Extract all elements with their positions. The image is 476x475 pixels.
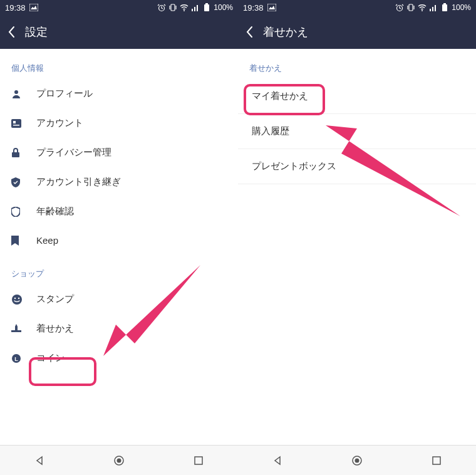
nav-home[interactable] [351, 454, 363, 467]
battery-icon [440, 3, 449, 12]
menu-label: 着せかえ [36, 323, 74, 335]
id-icon [11, 119, 28, 128]
smile-icon [11, 294, 28, 305]
menu-label: アカウント [36, 117, 83, 129]
signal-icon [191, 3, 200, 12]
section-title-shop: ショップ [0, 254, 238, 284]
svg-rect-29 [433, 457, 440, 464]
coin-icon: L [11, 353, 28, 363]
menu-age[interactable]: 年齢確認 [0, 197, 238, 226]
nav-recent[interactable] [430, 454, 443, 467]
svg-rect-4 [204, 4, 209, 11]
lock-icon [11, 148, 28, 158]
svg-point-11 [12, 295, 22, 305]
back-button[interactable] [246, 26, 253, 38]
menu-keep[interactable]: Keep [0, 226, 238, 254]
svg-rect-0 [29, 4, 38, 11]
svg-rect-9 [13, 125, 19, 126]
menu-label: 年齢確認 [36, 206, 74, 217]
header-title: 着せかえ [263, 24, 308, 39]
menu-history[interactable]: 購入履歴 [238, 114, 476, 149]
nav-bar [238, 445, 476, 475]
svg-point-12 [14, 297, 16, 298]
svg-rect-10 [12, 152, 19, 157]
menu-account[interactable]: アカウント [0, 108, 238, 138]
menu-label: 購入履歴 [252, 125, 289, 136]
vibrate-icon [168, 3, 177, 12]
svg-rect-8 [13, 121, 16, 123]
svg-point-19 [116, 458, 121, 462]
menu-my-theme[interactable]: マイ着せかえ [238, 79, 476, 114]
header-title: 設定 [25, 24, 48, 39]
svg-rect-23 [409, 4, 413, 11]
nav-recent[interactable] [192, 454, 205, 467]
svg-point-13 [18, 297, 19, 298]
svg-point-24 [422, 10, 423, 11]
menu-label: プライバシー管理 [36, 147, 111, 159]
section-title-personal: 個人情報 [0, 49, 238, 79]
status-bar: 19:38 100% [0, 0, 238, 15]
menu-theme[interactable]: 着せかえ [0, 314, 238, 343]
menu-label: プロフィール [36, 88, 93, 100]
menu-stamp[interactable]: スタンプ [0, 284, 238, 314]
nav-back[interactable] [271, 454, 284, 467]
phone-left: 19:38 100% 設定 個人情報 プロフィール アカウント [0, 0, 238, 475]
shield-check-icon [11, 177, 28, 187]
content: 個人情報 プロフィール アカウント プライバシー管理 アカウント引き継ぎ 年齢確… [0, 49, 238, 445]
menu-label: プレゼントボックス [252, 160, 336, 171]
svg-rect-15 [15, 326, 18, 331]
battery-text: 100% [452, 3, 471, 12]
menu-privacy[interactable]: プライバシー管理 [0, 138, 238, 167]
picture-icon [267, 4, 276, 11]
signal-icon [429, 3, 438, 12]
menu-label: Keep [36, 235, 58, 246]
menu-label: スタンプ [36, 293, 74, 305]
svg-point-28 [354, 458, 359, 462]
svg-point-3 [184, 10, 185, 11]
menu-coin[interactable]: L コイン [0, 343, 238, 373]
svg-rect-2 [171, 4, 175, 11]
status-bar: 19:38 100% [238, 0, 476, 15]
svg-point-6 [14, 90, 18, 94]
battery-text: 100% [214, 3, 233, 12]
phone-right: 19:38 100% 着せかえ 着せかえ マイ着せかえ 購入履歴 プレゼント [238, 0, 476, 475]
svg-rect-7 [11, 119, 21, 128]
menu-label: マイ着せかえ [252, 90, 308, 101]
svg-rect-26 [443, 3, 446, 4]
person-icon [11, 89, 28, 99]
status-time: 19:38 [5, 3, 26, 13]
status-time: 19:38 [243, 3, 264, 13]
alarm-icon [157, 3, 166, 12]
svg-rect-21 [267, 4, 276, 11]
battery-icon [202, 3, 211, 12]
wifi-icon [418, 3, 427, 12]
section-title-theme: 着せかえ [238, 49, 476, 79]
content: 着せかえ マイ着せかえ 購入履歴 プレゼントボックス [238, 49, 476, 445]
menu-present[interactable]: プレゼントボックス [238, 149, 476, 184]
picture-icon [29, 4, 38, 11]
header: 着せかえ [238, 15, 476, 49]
menu-label: アカウント引き継ぎ [36, 176, 121, 188]
header: 設定 [0, 15, 238, 49]
alarm-icon [395, 3, 404, 12]
bookmark-icon [11, 236, 28, 246]
nav-home[interactable] [113, 454, 125, 467]
menu-label: コイン [36, 352, 65, 364]
back-button[interactable] [8, 26, 15, 38]
vibrate-icon [406, 3, 415, 12]
svg-rect-5 [205, 3, 208, 4]
shield-icon [11, 207, 28, 217]
svg-rect-20 [195, 457, 202, 464]
wifi-icon [180, 3, 189, 12]
nav-back[interactable] [33, 454, 46, 467]
svg-rect-25 [442, 4, 447, 11]
brush-icon [11, 324, 28, 334]
nav-bar [0, 445, 238, 475]
menu-profile[interactable]: プロフィール [0, 79, 238, 108]
menu-transfer[interactable]: アカウント引き継ぎ [0, 167, 238, 197]
svg-text:L: L [14, 356, 18, 362]
